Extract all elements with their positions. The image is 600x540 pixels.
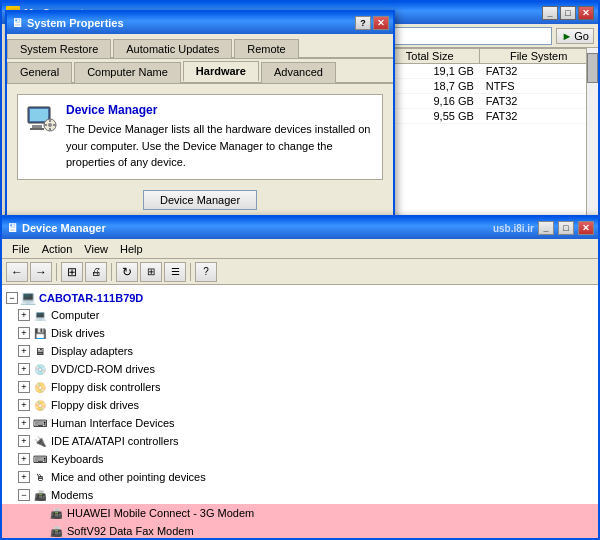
- menu-action[interactable]: Action: [36, 241, 79, 257]
- tree-item[interactable]: +💾Disk drives: [2, 324, 598, 342]
- col-file-system[interactable]: File System: [480, 49, 598, 64]
- svg-point-5: [48, 123, 52, 127]
- tree-item[interactable]: −📠Modems: [2, 486, 598, 504]
- tab-hardware[interactable]: Hardware: [183, 61, 259, 82]
- sysprops-close-button[interactable]: ✕: [373, 16, 389, 30]
- tree-item-icon: 💻: [32, 307, 48, 323]
- table-row: 9,16 GBFAT32: [380, 94, 598, 109]
- sysprops-title: System Properties: [27, 17, 124, 29]
- root-label: CABOTAR-111B79D: [39, 292, 143, 304]
- toolbar-view-btn[interactable]: ⊞: [140, 262, 162, 282]
- system-properties-dialog: 🖥 System Properties ? ✕ System Restore A…: [5, 10, 395, 222]
- tree-item[interactable]: +🖱Mice and other pointing devices: [2, 468, 598, 486]
- tree-item[interactable]: +⌨Human Interface Devices: [2, 414, 598, 432]
- scroll-thumb[interactable]: [587, 53, 598, 83]
- menu-file[interactable]: File: [6, 241, 36, 257]
- tree-item-label: HUAWEI Mobile Connect - 3G Modem: [67, 507, 254, 519]
- tab-remote[interactable]: Remote: [234, 39, 299, 58]
- menu-help[interactable]: Help: [114, 241, 149, 257]
- tree-item-label: IDE ATA/ATAPI controllers: [51, 435, 179, 447]
- go-button[interactable]: ► Go: [556, 28, 594, 44]
- devmgr-toolbar: ← → ⊞ 🖨 ↻ ⊞ ☰ ?: [2, 259, 598, 285]
- tree-item-label: Keyboards: [51, 453, 104, 465]
- tree-item-icon: 💿: [32, 361, 48, 377]
- tree-item-icon: ⌨: [32, 451, 48, 467]
- devmgr-titlebar: 🖥 Device Manager usb.i8i.ir _ □ ✕: [2, 217, 598, 239]
- tree-expand-spacer[interactable]: [34, 507, 46, 519]
- tab-general[interactable]: General: [7, 62, 72, 83]
- tab-automatic-updates[interactable]: Automatic Updates: [113, 39, 232, 58]
- devmgr-menubar: File Action View Help: [2, 239, 598, 259]
- toolbar-computer-btn[interactable]: ⊞: [61, 262, 83, 282]
- tree-expand-btn[interactable]: +: [18, 327, 30, 339]
- tree-expand-btn[interactable]: +: [18, 435, 30, 447]
- device-manager-section: Device Manager The Device Manager lists …: [17, 94, 383, 180]
- tree-item-icon: 🔌: [32, 433, 48, 449]
- svg-rect-3: [30, 128, 44, 130]
- tree-item-label: Display adapters: [51, 345, 133, 357]
- tree-item-label: Disk drives: [51, 327, 105, 339]
- devmgr-title: Device Manager: [22, 222, 106, 234]
- tree-item-icon: ⌨: [32, 415, 48, 431]
- toolbar-forward-btn[interactable]: →: [30, 262, 52, 282]
- tree-item-icon: 💾: [32, 325, 48, 341]
- tree-item[interactable]: +📀Floppy disk controllers: [2, 378, 598, 396]
- tab-computer-name[interactable]: Computer Name: [74, 62, 181, 83]
- tree-expand-btn[interactable]: +: [18, 399, 30, 411]
- tab-system-restore[interactable]: System Restore: [7, 39, 111, 58]
- menu-view[interactable]: View: [78, 241, 114, 257]
- close-button[interactable]: ✕: [578, 6, 594, 20]
- toolbar-list-btn[interactable]: ☰: [164, 262, 186, 282]
- tree-item-label: Floppy disk controllers: [51, 381, 160, 393]
- tree-item[interactable]: +💿DVD/CD-ROM drives: [2, 360, 598, 378]
- tabs-row-1: System Restore Automatic Updates Remote: [7, 34, 393, 59]
- tree-item-label: Floppy disk drives: [51, 399, 139, 411]
- my-computer-title-controls: _ □ ✕: [542, 6, 594, 20]
- tree-item[interactable]: +🔌IDE ATA/ATAPI controllers: [2, 432, 598, 450]
- toolbar-sep-1: [56, 263, 57, 281]
- device-manager-text-block: Device Manager The Device Manager lists …: [66, 103, 374, 171]
- tree-expand-btn[interactable]: +: [18, 345, 30, 357]
- toolbar-print-btn[interactable]: 🖨: [85, 262, 107, 282]
- help-button[interactable]: ?: [355, 16, 371, 30]
- tree-expand-spacer[interactable]: [34, 525, 46, 537]
- devmgr-minimize-button[interactable]: _: [538, 221, 554, 235]
- tree-item[interactable]: +📀Floppy disk drives: [2, 396, 598, 414]
- devmgr-close-button[interactable]: ✕: [578, 221, 594, 235]
- tree-root[interactable]: − 💻 CABOTAR-111B79D: [2, 289, 598, 306]
- maximize-button[interactable]: □: [560, 6, 576, 20]
- devmgr-tree[interactable]: − 💻 CABOTAR-111B79D +💻Computer+💾Disk dri…: [2, 285, 598, 538]
- tree-item[interactable]: +🖥Display adapters: [2, 342, 598, 360]
- cell-fs: FAT32: [480, 109, 598, 124]
- device-manager-description: The Device Manager lists all the hardwar…: [66, 121, 374, 171]
- tree-expand-btn[interactable]: +: [18, 381, 30, 393]
- devmgr-maximize-button[interactable]: □: [558, 221, 574, 235]
- tree-expand-btn[interactable]: +: [18, 453, 30, 465]
- tree-item-icon: 📀: [32, 397, 48, 413]
- tree-expand-btn[interactable]: +: [18, 417, 30, 429]
- svg-rect-2: [32, 125, 42, 128]
- tree-item[interactable]: 📠SoftV92 Data Fax Modem: [2, 522, 598, 538]
- toolbar-refresh-btn[interactable]: ↻: [116, 262, 138, 282]
- tree-item[interactable]: +💻Computer: [2, 306, 598, 324]
- tree-item-label: Computer: [51, 309, 99, 321]
- minimize-button[interactable]: _: [542, 6, 558, 20]
- cell-fs: FAT32: [480, 64, 598, 79]
- svg-rect-7: [49, 128, 51, 131]
- tab-advanced[interactable]: Advanced: [261, 62, 336, 83]
- tree-expand-btn[interactable]: +: [18, 309, 30, 321]
- tree-expand-btn[interactable]: +: [18, 471, 30, 483]
- tree-expand-btn[interactable]: −: [18, 489, 30, 501]
- root-expand[interactable]: −: [6, 292, 18, 304]
- cell-fs: NTFS: [480, 79, 598, 94]
- tree-items-container: +💻Computer+💾Disk drives+🖥Display adapter…: [2, 306, 598, 538]
- tree-expand-btn[interactable]: +: [18, 363, 30, 375]
- toolbar-help-btn[interactable]: ?: [195, 262, 217, 282]
- toolbar-back-btn[interactable]: ←: [6, 262, 28, 282]
- svg-rect-1: [30, 109, 48, 121]
- sysprops-icon: 🖥: [11, 16, 23, 30]
- tree-item[interactable]: +⌨Keyboards: [2, 450, 598, 468]
- device-manager-heading: Device Manager: [66, 103, 374, 117]
- tree-item[interactable]: 📠HUAWEI Mobile Connect - 3G Modem: [2, 504, 598, 522]
- device-manager-button[interactable]: Device Manager: [143, 190, 257, 210]
